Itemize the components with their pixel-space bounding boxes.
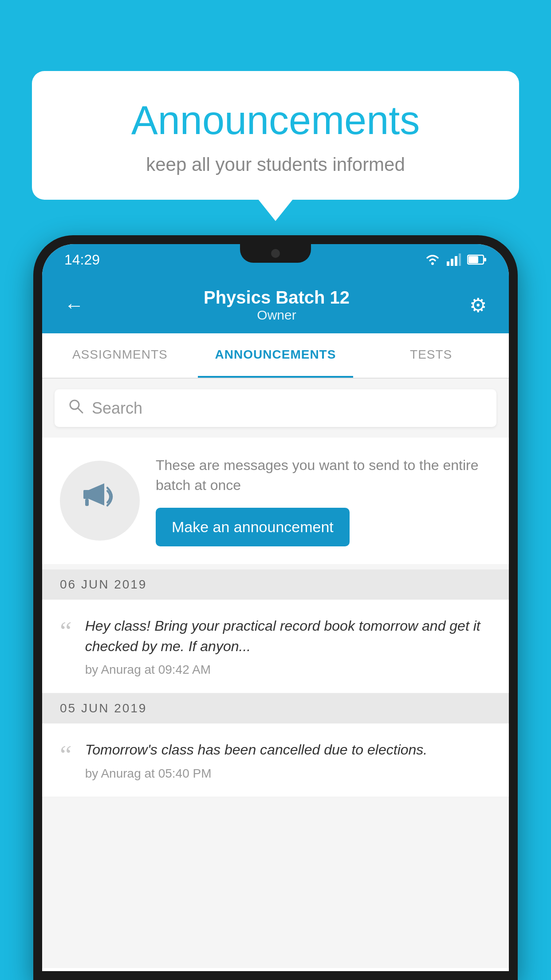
megaphone-circle — [60, 461, 140, 541]
search-bar[interactable]: Search — [55, 389, 496, 427]
tab-announcements[interactable]: ANNOUNCEMENTS — [198, 333, 354, 378]
date-separator-1: 06 JUN 2019 — [42, 569, 509, 600]
tab-bar: ASSIGNMENTS ANNOUNCEMENTS TESTS — [42, 333, 509, 379]
speech-bubble-section: Announcements keep all your students inf… — [32, 71, 519, 200]
announcement-text-1: Hey class! Bring your practical record b… — [85, 616, 491, 657]
svg-rect-6 — [484, 258, 486, 261]
svg-line-9 — [78, 408, 83, 413]
megaphone-icon — [80, 477, 120, 525]
status-time: 14:29 — [64, 252, 100, 268]
svg-rect-11 — [83, 490, 90, 499]
svg-point-0 — [431, 262, 434, 265]
signal-icon — [447, 253, 461, 266]
announcement-item-2[interactable]: “ Tomorrow's class has been cancelled du… — [42, 723, 509, 797]
phone-notch — [240, 244, 311, 263]
svg-marker-10 — [89, 483, 104, 506]
header-subtitle: Owner — [204, 308, 350, 323]
announcements-subtitle: keep all your students informed — [59, 154, 492, 175]
svg-rect-4 — [459, 253, 461, 266]
svg-rect-1 — [447, 261, 449, 266]
battery-icon — [467, 254, 487, 265]
announcement-meta-1: by Anurag at 09:42 AM — [85, 663, 491, 677]
back-button[interactable]: ← — [64, 294, 84, 316]
announcement-meta-2: by Anurag at 05:40 PM — [85, 767, 491, 781]
search-icon — [68, 398, 84, 418]
camera — [271, 249, 280, 258]
prompt-content: These are messages you want to send to t… — [156, 455, 491, 546]
wifi-icon — [425, 253, 441, 266]
svg-rect-3 — [455, 256, 457, 266]
tab-assignments[interactable]: ASSIGNMENTS — [42, 333, 198, 378]
content-area: Search — [42, 379, 509, 968]
announcement-prompt-card: These are messages you want to send to t… — [42, 438, 509, 564]
date-separator-2: 05 JUN 2019 — [42, 693, 509, 723]
header-center: Physics Batch 12 Owner — [204, 288, 350, 323]
header-title: Physics Batch 12 — [204, 288, 350, 308]
app-header: ← Physics Batch 12 Owner ⚙ — [42, 275, 509, 333]
make-announcement-button[interactable]: Make an announcement — [156, 508, 350, 546]
announcement-text-2: Tomorrow's class has been cancelled due … — [85, 739, 491, 760]
announcement-text-wrap-2: Tomorrow's class has been cancelled due … — [85, 739, 491, 780]
phone-screen: 14:29 — [42, 244, 509, 971]
search-placeholder: Search — [92, 399, 142, 418]
status-icons — [425, 253, 487, 266]
speech-bubble-card: Announcements keep all your students inf… — [32, 71, 519, 200]
quote-icon-2: “ — [60, 741, 72, 768]
tab-tests[interactable]: TESTS — [353, 333, 509, 378]
svg-rect-2 — [451, 259, 453, 266]
quote-icon: “ — [60, 617, 72, 644]
prompt-description: These are messages you want to send to t… — [156, 455, 491, 495]
announcements-title: Announcements — [59, 98, 492, 143]
svg-rect-12 — [85, 499, 89, 506]
announcement-item-1[interactable]: “ Hey class! Bring your practical record… — [42, 600, 509, 694]
phone-frame: 14:29 — [33, 235, 518, 980]
announcement-text-wrap: Hey class! Bring your practical record b… — [85, 616, 491, 677]
settings-button[interactable]: ⚙ — [469, 294, 487, 316]
svg-rect-7 — [468, 256, 478, 263]
